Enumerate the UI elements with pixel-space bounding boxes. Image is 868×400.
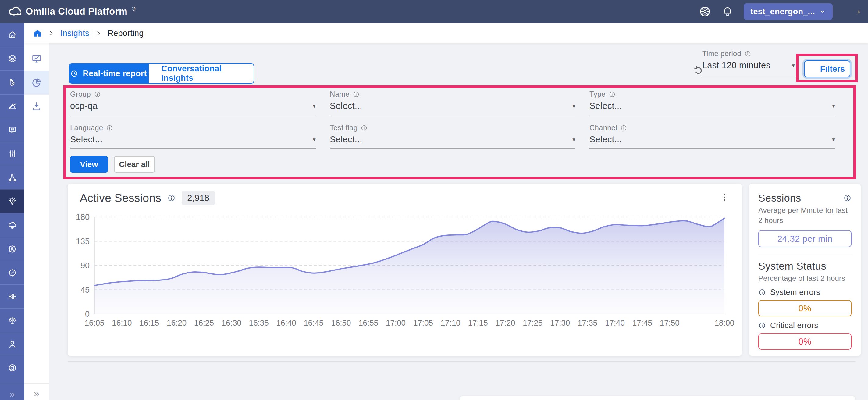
filters-button[interactable]: Filters bbox=[804, 60, 850, 78]
sidebar-item-lightbulb[interactable] bbox=[0, 189, 24, 213]
scales-icon bbox=[8, 315, 17, 325]
home-icon[interactable] bbox=[33, 29, 42, 38]
field-value: ocp-qa bbox=[70, 101, 97, 111]
cloud-logo-icon bbox=[7, 5, 21, 19]
calendar-icon bbox=[149, 69, 157, 78]
svg-text:17:35: 17:35 bbox=[578, 318, 597, 328]
sidebar-item-scales[interactable] bbox=[0, 308, 24, 332]
time-period-label-row: Time period bbox=[702, 50, 751, 58]
notifications-bell-icon[interactable] bbox=[722, 6, 733, 18]
tab-label: Conversational Insights bbox=[161, 64, 254, 83]
time-period-label: Time period bbox=[702, 50, 741, 58]
breadcrumb-link-insights[interactable]: Insights bbox=[60, 29, 89, 38]
badge-check-icon bbox=[8, 268, 17, 277]
svg-text:17:05: 17:05 bbox=[413, 318, 433, 328]
sidebar-divider bbox=[0, 383, 24, 384]
topbar-actions: test_energon_... bbox=[699, 3, 868, 20]
info-icon[interactable] bbox=[758, 321, 766, 329]
field-value: Select... bbox=[70, 134, 103, 145]
svg-text:16:10: 16:10 bbox=[112, 318, 132, 328]
info-icon[interactable] bbox=[758, 288, 766, 296]
sidebar-item-circuit[interactable] bbox=[0, 284, 24, 308]
view-button[interactable]: View bbox=[70, 156, 108, 173]
sidebar-item-user[interactable] bbox=[0, 332, 24, 356]
field-select-type[interactable]: Select...▾ bbox=[589, 99, 835, 113]
clear-all-button[interactable]: Clear all bbox=[114, 156, 155, 173]
field-underline bbox=[589, 115, 835, 115]
svg-text:16:40: 16:40 bbox=[276, 318, 296, 328]
topbar: Omilia Cloud Platform ® test_energon_... bbox=[0, 0, 868, 23]
tab-conversational-insights[interactable]: Conversational Insights bbox=[148, 63, 254, 84]
kebab-menu-icon[interactable] bbox=[720, 193, 729, 203]
field-value: Select... bbox=[589, 134, 622, 145]
sidebar-item-network[interactable] bbox=[0, 165, 24, 189]
chevron-right-icon bbox=[95, 30, 101, 36]
filter-field-channel: ChannelSelect...▾ bbox=[589, 123, 835, 150]
svg-text:90: 90 bbox=[81, 261, 90, 270]
svg-text:17:40: 17:40 bbox=[605, 318, 625, 328]
settings-gear-icon[interactable] bbox=[699, 5, 711, 18]
sidebar-item-sliders[interactable] bbox=[0, 142, 24, 165]
field-select-test-flag[interactable]: Select...▾ bbox=[330, 132, 576, 146]
layers-icon bbox=[8, 54, 17, 63]
info-icon[interactable] bbox=[361, 124, 368, 131]
info-icon[interactable] bbox=[352, 91, 360, 98]
field-label: Channel bbox=[589, 123, 617, 132]
user-icon bbox=[8, 339, 17, 349]
info-icon[interactable] bbox=[843, 194, 851, 202]
info-icon[interactable] bbox=[167, 194, 176, 202]
sidebar-item-home[interactable] bbox=[0, 23, 24, 47]
field-label: Group bbox=[70, 90, 91, 98]
svg-text:16:20: 16:20 bbox=[167, 318, 187, 328]
subsidebar-item-download[interactable] bbox=[24, 94, 49, 118]
field-select-name[interactable]: Select...▾ bbox=[330, 99, 576, 113]
sidebar-item-blocks[interactable] bbox=[0, 70, 24, 94]
secondary-sidebar-collapse-chevrons[interactable]: » bbox=[24, 387, 49, 400]
active-sessions-card: Active Sessions 2,918 0459013518016:0516… bbox=[68, 184, 742, 356]
svg-text:17:30: 17:30 bbox=[550, 318, 570, 328]
blocks-icon bbox=[8, 78, 17, 87]
brand: Omilia Cloud Platform ® bbox=[0, 5, 135, 19]
sidebar-item-gear-user[interactable] bbox=[0, 237, 24, 261]
svg-text:0: 0 bbox=[85, 309, 90, 318]
app: Omilia Cloud Platform ® test_energon_...… bbox=[0, 0, 868, 400]
field-select-language[interactable]: Select...▾ bbox=[70, 132, 316, 146]
sidebar-item-life-ring[interactable] bbox=[0, 356, 24, 379]
subsidebar-item-pie-chart[interactable] bbox=[24, 71, 49, 94]
next-card-edge bbox=[460, 396, 855, 400]
home-icon bbox=[8, 30, 17, 40]
dropdown-caret-icon: ▾ bbox=[313, 136, 316, 143]
network-icon bbox=[8, 173, 17, 182]
system-status-title: System Status bbox=[758, 260, 851, 272]
info-icon[interactable] bbox=[609, 91, 616, 98]
life-ring-icon bbox=[8, 363, 17, 373]
svg-text:17:45: 17:45 bbox=[632, 318, 652, 328]
tab-real-time-report[interactable]: Real-time report bbox=[69, 63, 148, 84]
circuit-icon bbox=[8, 292, 17, 301]
sidebar-item-layers[interactable] bbox=[0, 47, 24, 70]
critical-errors-row: Critical errors bbox=[758, 321, 851, 330]
sidebar-item-announcement[interactable] bbox=[0, 118, 24, 142]
info-icon[interactable] bbox=[620, 124, 627, 131]
field-select-channel[interactable]: Select...▾ bbox=[589, 132, 835, 146]
subsidebar-item-monitor-chart[interactable] bbox=[24, 47, 49, 71]
gear-user-icon bbox=[8, 244, 17, 254]
sidebar-item-ruler-triangle[interactable] bbox=[0, 94, 24, 118]
sidebar-item-cloud[interactable] bbox=[0, 213, 24, 237]
primary-sidebar-collapse-chevrons[interactable]: » bbox=[0, 388, 24, 400]
svg-text:16:35: 16:35 bbox=[249, 318, 269, 328]
info-icon[interactable] bbox=[94, 91, 101, 98]
status-panel: Sessions Average per Minute for last 2 h… bbox=[749, 184, 861, 356]
system-errors-row: System errors bbox=[758, 287, 851, 297]
main-content: Real-time report Conversational Insights… bbox=[50, 43, 868, 400]
field-select-group[interactable]: ocp-qa▾ bbox=[70, 99, 316, 113]
info-icon[interactable] bbox=[106, 124, 113, 131]
monitor-chart-icon bbox=[31, 53, 42, 64]
tenant-dropdown[interactable]: test_energon_... bbox=[744, 3, 833, 20]
svg-text:135: 135 bbox=[76, 237, 90, 246]
filter-field-test-flag: Test flagSelect...▾ bbox=[330, 123, 576, 150]
info-icon[interactable] bbox=[744, 50, 751, 57]
sidebar-item-badge-check[interactable] bbox=[0, 261, 24, 284]
report-tabs: Real-time report Conversational Insights bbox=[69, 63, 254, 84]
time-period-select[interactable]: Last 120 minutes ▾ bbox=[702, 60, 795, 70]
